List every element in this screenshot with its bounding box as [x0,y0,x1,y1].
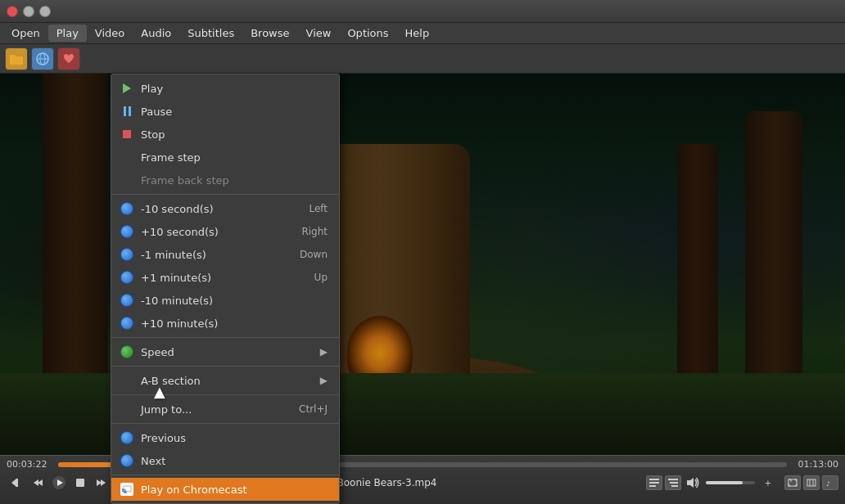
menu-pause-item[interactable]: Pause [111,100,339,123]
minimize-button[interactable] [23,6,34,17]
chromecast-label: Play on Chromecast [141,484,247,496]
volume-fill [706,481,743,484]
svg-marker-24 [687,478,694,488]
menu-options[interactable]: Options [339,25,396,42]
minus1m-icon [120,247,134,262]
view-buttons: ♪ [784,475,838,490]
jump-to-shortcut: Ctrl+J [299,403,328,415]
rewind-button[interactable] [28,473,47,493]
frame-step-icon [120,150,134,164]
svg-marker-9 [34,479,38,486]
svg-rect-21 [668,479,678,480]
pause-icon [120,104,134,119]
menu-help[interactable]: Help [397,25,438,42]
plus10m-label: +10 minute(s) [141,317,218,330]
menu-minus10s-item[interactable]: -10 second(s) Left [111,197,339,220]
titlebar [0,0,845,23]
open-web-button[interactable] [31,47,54,70]
plus1m-shortcut: Up [314,272,328,283]
next-label: Next [141,455,165,467]
menu-previous-item[interactable]: Previous [111,426,339,449]
total-time: 01:13:00 [793,459,838,470]
minus1m-shortcut: Down [300,249,328,260]
menu-open[interactable]: Open [3,25,48,42]
menu-frame-step-item[interactable]: Frame step [111,146,339,169]
open-folder-button[interactable] [5,47,28,70]
menu-plus1m-item[interactable]: +1 minute(s) Up [111,266,339,289]
frame-step-label: Frame step [141,151,201,164]
speed-arrow: ▶ [320,346,328,358]
frame-back-step-icon [120,173,134,187]
svg-marker-15 [97,479,102,486]
toolbar [0,44,845,74]
menu-jump-to-item[interactable]: Jump to... Ctrl+J [111,398,339,421]
playlist-button[interactable] [646,475,662,490]
menu-plus10s-item[interactable]: +10 second(s) Right [111,220,339,243]
stop-label: Stop [141,128,165,141]
extended-settings-button[interactable] [665,475,681,490]
minus10s-shortcut: Left [309,203,328,214]
menu-frame-back-step-item: Frame back step [111,169,339,191]
favorites-button[interactable] [57,47,80,70]
menu-plus10m-item[interactable]: +10 minute(s) [111,312,339,335]
minus1m-label: -1 minute(s) [141,249,206,261]
svg-rect-1 [10,55,16,58]
separator-3 [111,366,339,367]
chromecast-icon [120,482,134,497]
menu-ab-section-item[interactable]: A-B section ▶ [111,369,339,392]
next-icon [120,453,134,468]
play-pause-button[interactable] [49,473,69,493]
menu-minus10m-item[interactable]: -10 minute(s) [111,289,339,312]
minus10s-icon [120,201,134,216]
close-button[interactable] [7,6,18,17]
svg-rect-18 [649,479,659,480]
stop-button[interactable] [70,473,90,493]
play-dropdown-menu: Play Pause Stop Frame step Frame back st… [111,74,340,504]
fullscreen-button[interactable] [784,475,801,490]
minus10m-label: -10 minute(s) [141,295,213,307]
svg-marker-14 [101,479,106,486]
menu-video[interactable]: Video [87,25,133,42]
menu-play[interactable]: Play [48,25,87,42]
svg-point-11 [52,476,66,489]
skip-back-button[interactable] [7,473,26,493]
menu-play-item[interactable]: Play [111,77,339,100]
menu-subtitles[interactable]: Subtitles [179,25,242,42]
menu-chromecast-item[interactable]: Play on Chromecast [111,478,339,501]
speed-icon [120,344,134,359]
previous-icon [120,430,134,445]
separator-2 [111,337,339,338]
maximize-button[interactable] [39,6,51,17]
menu-audio[interactable]: Audio [133,25,179,42]
svg-rect-26 [807,479,816,486]
play-label: Play [141,83,163,95]
current-time: 00:03:22 [7,459,52,470]
jump-to-icon [120,402,134,416]
minus10s-label: -10 second(s) [141,203,214,215]
plus10s-label: +10 second(s) [141,226,219,238]
filename-text: Boonie Bears-3.mp4 [337,477,437,488]
volume-slider[interactable] [706,481,755,484]
svg-rect-13 [76,479,84,487]
right-buttons [646,475,681,490]
audio-track-button[interactable]: ♪ [822,475,838,490]
separator-6 [111,475,339,475]
ab-section-icon [120,373,134,388]
svg-rect-22 [670,482,678,484]
menu-minus1m-item[interactable]: -1 minute(s) Down [111,243,339,266]
volume-area: + [683,473,778,493]
svg-marker-7 [11,479,16,487]
svg-rect-19 [649,482,659,484]
menu-view[interactable]: View [298,25,340,42]
mute-button[interactable] [683,473,703,493]
max-volume-button[interactable]: + [758,473,778,493]
previous-label: Previous [141,432,186,444]
menu-speed-item[interactable]: Speed ▶ [111,340,339,363]
frame-back-step-label: Frame back step [141,174,229,187]
fast-forward-button[interactable] [92,473,111,493]
menu-browse[interactable]: Browse [242,25,297,42]
aspect-ratio-button[interactable] [803,475,820,490]
menu-stop-item[interactable]: Stop [111,123,339,146]
menu-next-item[interactable]: Next [111,449,339,472]
separator-1 [111,194,339,195]
